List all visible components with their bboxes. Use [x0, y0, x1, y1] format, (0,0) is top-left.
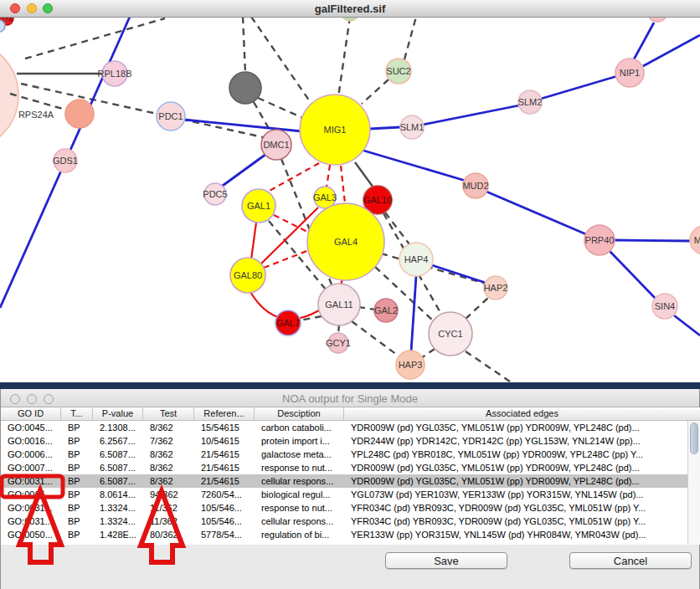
table-row[interactable]: GO:0031...BP6.5087...8/36221/54615cellul…: [1, 474, 687, 488]
network-edge[interactable]: [466, 351, 512, 382]
network-edge[interactable]: [243, 17, 245, 74]
cell-type[interactable]: BP: [61, 434, 93, 448]
cell-description[interactable]: cellular respons...: [255, 474, 344, 488]
cell-test[interactable]: 11/362: [143, 515, 194, 528]
cell-test[interactable]: 11/362: [143, 501, 194, 515]
network-edge[interactable]: [341, 166, 345, 203]
network-edge[interactable]: [25, 18, 165, 59]
cell-go-id[interactable]: GO:0007...: [1, 461, 61, 474]
cell-description[interactable]: biological regul...: [255, 488, 344, 501]
cell-go-id[interactable]: GO:0045...: [1, 421, 61, 434]
cell-reference[interactable]: 5778/54...: [194, 528, 255, 541]
save-button[interactable]: Save: [385, 552, 507, 569]
network-edge[interactable]: [10, 94, 71, 111]
network-edge[interactable]: [385, 213, 409, 244]
network-edge[interactable]: [220, 154, 266, 187]
cell-associated-edges[interactable]: YDR244W (pp) YDR142C, YDR142C (pp) YGL15…: [344, 434, 687, 448]
network-node[interactable]: [229, 72, 261, 104]
network-edge[interactable]: [411, 276, 416, 351]
cell-p-value[interactable]: 8.0614...: [93, 488, 143, 501]
table-scrollbar[interactable]: [687, 421, 700, 545]
cell-associated-edges[interactable]: YFR034C (pd) YBR093C, YDR009W (pd) YGL03…: [344, 501, 687, 515]
column-header-type[interactable]: T...: [61, 407, 93, 420]
cell-description[interactable]: carbon cataboli...: [255, 421, 344, 434]
cell-reference[interactable]: 15/54615: [194, 421, 255, 434]
network-canvas[interactable]: 17ARPL18BRPS24APDC1GDS1DMC1MIG1SUC2SLM1S…: [0, 0, 700, 382]
cell-type[interactable]: BP: [61, 448, 93, 461]
table-row[interactable]: GO:0065...BP8.0614...94/3627260/54...bio…: [1, 488, 687, 501]
network-edge[interactable]: [327, 165, 330, 187]
graph-window-titlebar[interactable]: galFiltered.sif: [0, 0, 700, 18]
network-edge[interactable]: [643, 35, 700, 66]
network-edge[interactable]: [268, 163, 319, 192]
column-header-test[interactable]: Test: [143, 407, 194, 420]
cell-description[interactable]: response to nut...: [255, 501, 344, 515]
cell-associated-edges[interactable]: YER133W (pp) YOR315W, YNL145W (pd) YHR08…: [344, 528, 687, 541]
cell-type[interactable]: BP: [61, 488, 93, 501]
network-edge[interactable]: [404, 17, 416, 59]
cell-test[interactable]: 80/362: [143, 528, 194, 541]
cell-go-id[interactable]: GO:0065...: [1, 488, 61, 501]
cell-test[interactable]: 8/362: [143, 421, 194, 434]
cell-description[interactable]: cellular respons...: [255, 515, 344, 528]
network-edge[interactable]: [362, 79, 389, 104]
table-row[interactable]: GO:0007...BP6.5087...8/36221/54615respon…: [1, 461, 687, 474]
cell-type[interactable]: BP: [61, 528, 93, 541]
network-edge[interactable]: [352, 321, 400, 357]
network-edge[interactable]: [634, 23, 654, 59]
cell-p-value[interactable]: 6.2567...: [93, 434, 143, 448]
cell-p-value[interactable]: 1.3324...: [93, 501, 143, 515]
cell-description[interactable]: galactose meta...: [255, 448, 344, 461]
network-edge[interactable]: [432, 265, 486, 283]
cell-associated-edges[interactable]: YFR034C (pd) YBR093C, YDR009W (pd) YGL03…: [344, 515, 687, 528]
cell-go-id[interactable]: GO:0050...: [1, 528, 61, 541]
column-header-associated-edges[interactable]: Associated edges: [344, 407, 700, 420]
cell-description[interactable]: protein import i...: [255, 434, 344, 448]
cell-type[interactable]: BP: [61, 501, 93, 515]
network-edge[interactable]: [258, 98, 306, 120]
network-edge[interactable]: [421, 349, 435, 358]
network-edge[interactable]: [355, 162, 375, 190]
cell-reference[interactable]: 105/546...: [194, 515, 255, 528]
network-edge[interactable]: [21, 84, 263, 137]
cell-associated-edges[interactable]: YDR009W (pd) YGL035C, YML051W (pp) YDR00…: [344, 421, 687, 434]
cell-type[interactable]: BP: [61, 421, 93, 434]
table-row[interactable]: GO:0050...BP1.428E...80/3625778/54...reg…: [1, 528, 687, 541]
column-header-reference[interactable]: Referen...: [194, 407, 255, 420]
network-edge[interactable]: [184, 120, 302, 131]
cell-type[interactable]: BP: [61, 461, 93, 474]
cell-reference[interactable]: 21/54615: [194, 474, 255, 488]
cell-go-id[interactable]: GO:0016...: [1, 434, 61, 448]
table-row[interactable]: GO:0016...BP6.2567...7/36210/54615protei…: [1, 434, 687, 448]
network-edge[interactable]: [264, 250, 309, 268]
column-header-go-id[interactable]: GO ID: [1, 407, 61, 420]
network-edge[interactable]: [486, 192, 586, 234]
cell-p-value[interactable]: 1.3324...: [93, 515, 143, 528]
network-edge[interactable]: [361, 150, 466, 181]
cell-p-value[interactable]: 2.1308...: [93, 421, 143, 434]
cell-associated-edges[interactable]: YGL073W (pd) YER103W, YER133W (pp) YOR31…: [344, 488, 687, 501]
table-row[interactable]: GO:0045...BP2.1308...8/36215/54615carbon…: [1, 421, 687, 434]
cell-test[interactable]: 8/362: [143, 448, 194, 461]
cell-p-value[interactable]: 1.428E...: [93, 528, 143, 541]
network-edge[interactable]: [674, 315, 700, 335]
cell-reference[interactable]: 105/546...: [194, 501, 255, 515]
cancel-button[interactable]: Cancel: [569, 552, 692, 569]
cell-p-value[interactable]: 6.5087...: [93, 474, 143, 488]
cell-test[interactable]: 7/362: [143, 434, 194, 448]
network-edge[interactable]: [610, 251, 656, 299]
column-header-description[interactable]: Desciption: [255, 407, 344, 420]
network-edge[interactable]: [466, 297, 489, 319]
table-row[interactable]: GO:0031...BP1.3324...11/362105/546...cel…: [1, 515, 687, 528]
cell-go-id[interactable]: GO:0031...: [1, 474, 61, 488]
cell-description[interactable]: regulation of bi...: [255, 528, 344, 541]
cell-reference[interactable]: 7260/54...: [194, 488, 255, 501]
cell-description[interactable]: response to nut...: [255, 461, 344, 474]
cell-test[interactable]: 8/362: [143, 461, 194, 474]
network-edge[interactable]: [369, 127, 400, 129]
network-node-rps24a[interactable]: [65, 100, 94, 128]
scrollbar-thumb[interactable]: [690, 423, 698, 454]
network-edge[interactable]: [338, 17, 350, 97]
cell-associated-edges[interactable]: YDR009W (pd) YGL035C, YML051W (pp) YDR00…: [344, 461, 687, 474]
cell-test[interactable]: 8/362: [143, 474, 194, 488]
